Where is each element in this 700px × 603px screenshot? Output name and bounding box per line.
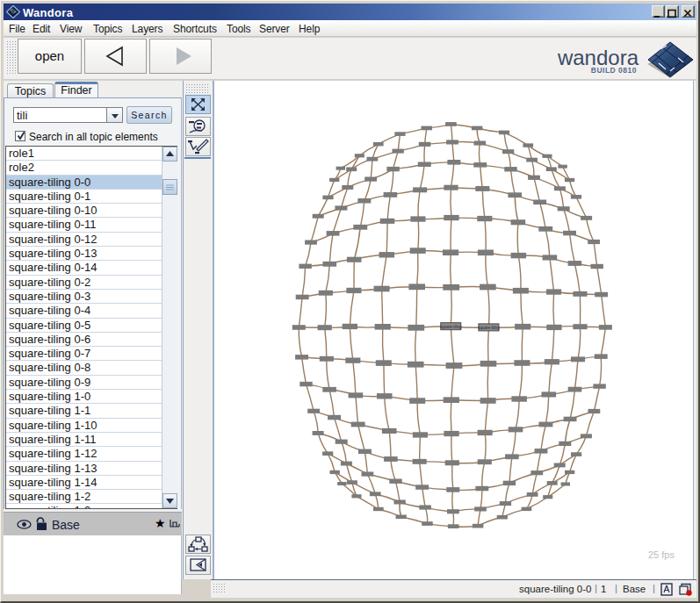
- svg-text:square-tiling: square-tiling: [440, 325, 462, 329]
- svg-text:square-tiling: square-tiling: [478, 326, 500, 330]
